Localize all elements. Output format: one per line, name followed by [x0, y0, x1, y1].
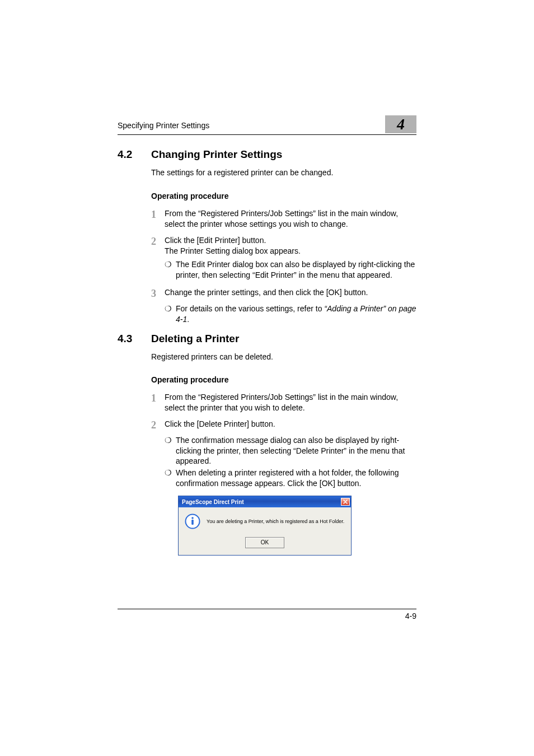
- running-header: Specifying Printer Settings: [118, 121, 209, 130]
- sub-bullet: ❍ The Edit Printer dialog box can also b…: [165, 259, 416, 281]
- section-title-4-2: Changing Printer Settings: [151, 148, 282, 161]
- step-number: 1: [151, 208, 165, 230]
- bullet-icon: ❍: [165, 435, 176, 467]
- section-4-3-intro: Registered printers can be deleted.: [151, 352, 416, 362]
- bullet-icon: ❍: [165, 304, 176, 325]
- step-number: 1: [151, 392, 165, 413]
- section-4-2-intro: The settings for a registered printer ca…: [151, 167, 416, 178]
- bullet-text: When deleting a printer registered with …: [176, 468, 416, 489]
- step-number: 2: [151, 235, 165, 256]
- step-text: From the “Registered Printers/Job Settin…: [165, 208, 416, 230]
- footer-rule: [118, 609, 416, 609]
- sub-bullet: ❍ For details on the various settings, r…: [165, 304, 416, 325]
- step-text: Change the printer settings, and then cl…: [165, 287, 416, 300]
- step-text: Click the [Edit Printer] button. The Pri…: [165, 235, 416, 256]
- bullet-text: For details on the various settings, ref…: [176, 304, 416, 325]
- step-text-line1: Click the [Edit Printer] button.: [165, 236, 266, 245]
- page-number: 4-9: [405, 612, 416, 620]
- confirmation-dialog: PageScope Direct Print: [178, 496, 352, 556]
- step-number: 2: [151, 419, 165, 432]
- step-text: From the “Registered Printers/Job Settin…: [165, 392, 416, 413]
- chapter-number: 4: [397, 115, 405, 133]
- ok-button[interactable]: OK: [245, 537, 284, 548]
- bullet-text: The confirmation message dialog can also…: [176, 435, 416, 467]
- info-icon: [184, 513, 201, 530]
- close-button[interactable]: [341, 498, 350, 506]
- section-number-4-2: 4.2: [118, 148, 151, 161]
- dialog-message: You are deleting a Printer, which is reg…: [207, 519, 344, 525]
- operating-procedure-heading: Operating procedure: [151, 192, 416, 200]
- header-rule: [118, 134, 416, 135]
- step-text-line2: The Printer Setting dialog box appears.: [165, 246, 416, 256]
- svg-point-1: [191, 517, 194, 519]
- dialog-titlebar: PageScope Direct Print: [179, 496, 351, 507]
- sub-bullet: ❍ When deleting a printer registered wit…: [165, 468, 416, 489]
- bullet-prefix: For details on the various settings, ref…: [176, 304, 324, 313]
- step-text: Click the [Delete Printer] button.: [165, 419, 416, 432]
- bullet-icon: ❍: [165, 468, 176, 489]
- section-title-4-3: Deleting a Printer: [151, 333, 239, 345]
- step-number: 3: [151, 287, 165, 300]
- dialog-title-text: PageScope Direct Print: [182, 499, 341, 505]
- bullet-suffix: .: [187, 315, 189, 324]
- chapter-tab: 4: [385, 115, 416, 133]
- bullet-text: The Edit Printer dialog box can also be …: [176, 259, 416, 281]
- svg-rect-2: [191, 520, 194, 525]
- sub-bullet: ❍ The confirmation message dialog can al…: [165, 435, 416, 467]
- operating-procedure-heading: Operating procedure: [151, 375, 416, 384]
- close-icon: [343, 500, 348, 504]
- dialog-body: You are deleting a Printer, which is reg…: [179, 507, 351, 555]
- section-number-4-3: 4.3: [118, 333, 151, 345]
- bullet-icon: ❍: [165, 259, 176, 281]
